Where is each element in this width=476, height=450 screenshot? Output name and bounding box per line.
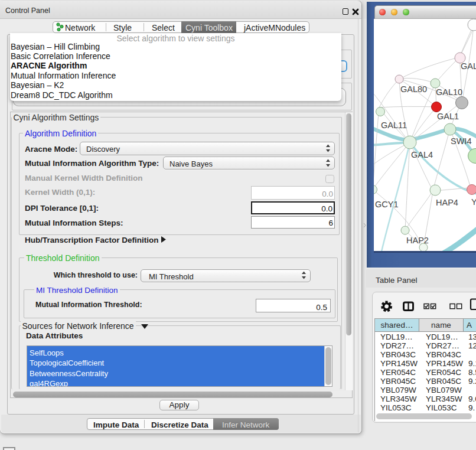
svg-text:HAP2: HAP2 bbox=[406, 236, 429, 245]
svg-text:HAP4: HAP4 bbox=[436, 198, 458, 207]
svg-text:GAL11: GAL11 bbox=[381, 120, 407, 130]
svg-text:YL: YL bbox=[471, 197, 476, 207]
svg-text:GAL7: GAL7 bbox=[461, 61, 476, 71]
svg-text:GAL1: GAL1 bbox=[437, 112, 459, 121]
svg-text:GAL4: GAL4 bbox=[411, 150, 433, 159]
svg-text:SWI4: SWI4 bbox=[451, 136, 471, 146]
svg-text:GCY1: GCY1 bbox=[375, 200, 399, 209]
svg-text:GAL10: GAL10 bbox=[436, 87, 462, 97]
svg-text:GAL80: GAL80 bbox=[400, 84, 427, 94]
